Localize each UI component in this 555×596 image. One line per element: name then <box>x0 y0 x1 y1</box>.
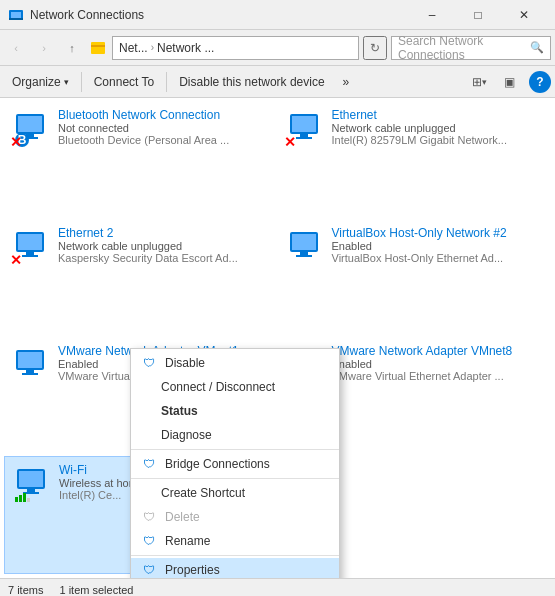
svg-rect-33 <box>27 489 35 492</box>
search-placeholder: Search Network Connections <box>398 34 530 62</box>
svg-rect-3 <box>91 42 105 54</box>
shield-icon-properties: 🛡 <box>143 563 155 577</box>
close-button[interactable]: ✕ <box>501 0 547 30</box>
window-title: Network Connections <box>30 8 409 22</box>
ctx-connect-disconnect[interactable]: Connect / Disconnect <box>131 375 339 399</box>
preview-pane-icon: ▣ <box>504 75 515 89</box>
ethernet2-info: Ethernet 2 Network cable unplugged Kaspe… <box>58 226 270 264</box>
svg-rect-32 <box>19 471 43 487</box>
ctx-separator-3 <box>131 555 339 556</box>
maximize-button[interactable]: □ <box>455 0 501 30</box>
ethernet2-status: Network cable unplugged <box>58 240 270 252</box>
bluetooth-info: Bluetooth Network Connection Not connect… <box>58 108 270 146</box>
refresh-button[interactable]: ↻ <box>363 36 387 60</box>
shield-icon-disable: 🛡 <box>143 356 155 370</box>
breadcrumb-separator: › <box>151 42 154 53</box>
breadcrumb[interactable]: Net... › Network ... <box>112 36 359 60</box>
svg-rect-35 <box>15 497 18 502</box>
organize-arrow: ▾ <box>64 77 69 87</box>
svg-rect-38 <box>27 498 30 502</box>
svg-rect-2 <box>9 18 23 20</box>
x-badge: ✕ <box>10 134 22 150</box>
bluetooth-name: Bluetooth Network Connection <box>58 108 270 122</box>
location-icon <box>90 40 106 56</box>
svg-rect-12 <box>292 116 316 132</box>
ctx-properties[interactable]: 🛡 Properties <box>131 558 339 578</box>
ctx-rename[interactable]: 🛡 Rename <box>131 529 339 553</box>
organize-button[interactable]: Organize ▾ <box>4 70 77 94</box>
toolbar-separator-2 <box>166 72 167 92</box>
ctx-disable[interactable]: 🛡 Disable <box>131 351 339 375</box>
svg-rect-16 <box>18 234 42 250</box>
breadcrumb-part2: Network ... <box>157 41 214 55</box>
vmnet8-detail: VMware Virtual Ethernet Adapter ... <box>332 370 544 382</box>
more-button[interactable]: » <box>335 70 358 94</box>
ethernet2-detail: Kaspersky Security Data Escort Ad... <box>58 252 270 264</box>
virtualbox-icon <box>286 226 326 266</box>
search-box[interactable]: Search Network Connections 🔍 <box>391 36 551 60</box>
search-icon: 🔍 <box>530 41 544 54</box>
ctx-bridge[interactable]: 🛡 Bridge Connections <box>131 452 339 476</box>
ctx-diagnose[interactable]: Diagnose <box>131 423 339 447</box>
ctx-status[interactable]: Status <box>131 399 339 423</box>
svg-rect-18 <box>22 255 38 257</box>
virtualbox-name: VirtualBox Host-Only Network #2 <box>332 226 544 240</box>
svg-rect-25 <box>26 370 34 373</box>
svg-rect-21 <box>300 252 308 255</box>
window-icon <box>8 7 24 23</box>
toolbar-right: ⊞▾ ▣ ? <box>465 70 551 94</box>
ethernet-status: Network cable unplugged <box>332 122 544 134</box>
connect-to-button[interactable]: Connect To <box>86 70 163 94</box>
forward-button[interactable]: › <box>32 36 56 60</box>
toolbar-separator-1 <box>81 72 82 92</box>
wifi-icon <box>13 463 53 503</box>
minimize-button[interactable]: – <box>409 0 455 30</box>
ctx-delete[interactable]: 🛡 Delete <box>131 505 339 529</box>
help-button[interactable]: ? <box>529 71 551 93</box>
shield-icon-delete: 🛡 <box>143 510 155 524</box>
ctx-separator-1 <box>131 449 339 450</box>
ethernet-icon: ✕ <box>286 108 326 148</box>
connection-ethernet2[interactable]: ✕ Ethernet 2 Network cable unplugged Kas… <box>4 220 278 338</box>
ctx-create-shortcut[interactable]: Create Shortcut <box>131 481 339 505</box>
bluetooth-icon: B ✕ <box>12 108 52 148</box>
breadcrumb-part1: Net... <box>119 41 148 55</box>
ctx-separator-2 <box>131 478 339 479</box>
virtualbox-info: VirtualBox Host-Only Network #2 Enabled … <box>332 226 544 264</box>
ethernet2-name: Ethernet 2 <box>58 226 270 240</box>
svg-rect-6 <box>18 116 42 132</box>
connection-bluetooth[interactable]: B ✕ Bluetooth Network Connection Not con… <box>4 102 278 220</box>
status-selected: 1 item selected <box>59 584 133 596</box>
svg-rect-1 <box>11 12 21 18</box>
disable-button[interactable]: Disable this network device <box>171 70 332 94</box>
view-button-1[interactable]: ⊞▾ <box>465 70 493 94</box>
ethernet-x-badge: ✕ <box>284 134 296 150</box>
svg-rect-4 <box>91 45 105 47</box>
virtualbox-detail: VirtualBox Host-Only Ethernet Ad... <box>332 252 544 264</box>
back-button[interactable]: ‹ <box>4 36 28 60</box>
svg-rect-13 <box>300 134 308 137</box>
ethernet-detail: Intel(R) 82579LM Gigabit Network... <box>332 134 544 146</box>
bluetooth-status: Not connected <box>58 122 270 134</box>
shield-icon-rename: 🛡 <box>143 534 155 548</box>
svg-rect-14 <box>296 137 312 139</box>
svg-rect-20 <box>292 234 316 250</box>
svg-rect-17 <box>26 252 34 255</box>
ethernet2-x-badge: ✕ <box>10 252 22 268</box>
up-button[interactable]: ↑ <box>60 36 84 60</box>
ethernet-name: Ethernet <box>332 108 544 122</box>
toolbar: Organize ▾ Connect To Disable this netwo… <box>0 66 555 98</box>
connection-ethernet[interactable]: ✕ Ethernet Network cable unplugged Intel… <box>278 102 552 220</box>
connection-virtualbox[interactable]: VirtualBox Host-Only Network #2 Enabled … <box>278 220 552 338</box>
status-bar: 7 items 1 item selected <box>0 578 555 596</box>
change-view-icon: ⊞ <box>472 75 482 89</box>
svg-rect-24 <box>18 352 42 368</box>
bluetooth-detail: Bluetooth Device (Personal Area ... <box>58 134 270 146</box>
status-items: 7 items <box>8 584 43 596</box>
svg-rect-37 <box>23 493 26 502</box>
window-controls: – □ ✕ <box>409 0 547 30</box>
title-bar: Network Connections – □ ✕ <box>0 0 555 30</box>
vmnet8-name: VMware Network Adapter VMnet8 <box>332 344 544 358</box>
vmnet8-status: Enabled <box>332 358 544 370</box>
view-button-2[interactable]: ▣ <box>495 70 523 94</box>
